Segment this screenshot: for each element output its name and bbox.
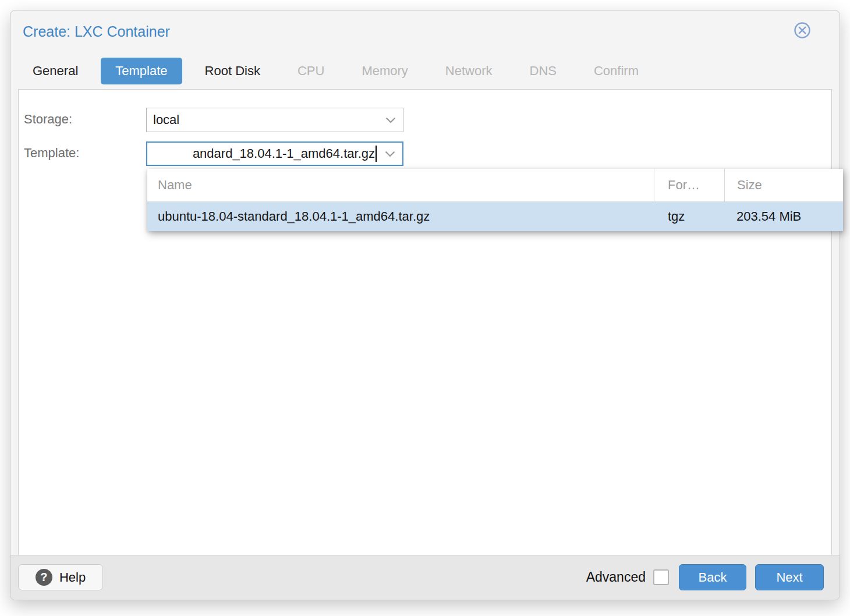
tab-root-disk[interactable]: Root Disk bbox=[190, 58, 275, 84]
create-lxc-container-dialog: Create: LXC Container General Template R… bbox=[10, 10, 840, 600]
close-button[interactable] bbox=[794, 22, 811, 39]
column-header-format[interactable]: For… bbox=[654, 169, 724, 201]
storage-combobox-trigger[interactable] bbox=[378, 108, 403, 132]
template-combobox[interactable]: andard_18.04.1-1_amd64.tar.gz bbox=[146, 141, 403, 166]
storage-combobox[interactable]: local bbox=[146, 108, 403, 132]
tab-template[interactable]: Template bbox=[101, 58, 182, 84]
chevron-down-icon bbox=[385, 117, 396, 123]
template-label: Template: bbox=[24, 146, 79, 161]
text-caret bbox=[376, 146, 377, 162]
dialog-footer: ? Help Advanced Back Next bbox=[10, 555, 840, 600]
storage-combobox-value: local bbox=[147, 112, 378, 128]
next-button[interactable]: Next bbox=[755, 564, 824, 590]
column-header-size[interactable]: Size bbox=[724, 169, 843, 201]
template-row-selected[interactable]: ubuntu-18.04-standard_18.04.1-1_amd64.ta… bbox=[147, 202, 843, 231]
storage-label: Storage: bbox=[24, 112, 72, 127]
help-button[interactable]: ? Help bbox=[18, 564, 103, 590]
footer-actions: Advanced Back Next bbox=[586, 564, 824, 590]
tab-dns[interactable]: DNS bbox=[515, 58, 571, 84]
screen: Create: LXC Container General Template R… bbox=[0, 0, 850, 616]
template-combobox-trigger[interactable] bbox=[378, 143, 402, 165]
close-icon bbox=[794, 22, 811, 39]
tab-network[interactable]: Network bbox=[431, 58, 507, 84]
help-button-label: Help bbox=[59, 570, 86, 585]
tab-general[interactable]: General bbox=[18, 58, 93, 84]
template-dropdown-panel: Name For… Size ubuntu-18.04-standard_18.… bbox=[147, 169, 843, 231]
tab-memory[interactable]: Memory bbox=[347, 58, 422, 84]
tab-cpu[interactable]: CPU bbox=[283, 58, 339, 84]
question-icon: ? bbox=[36, 569, 52, 586]
cell-size: 203.54 MiB bbox=[724, 209, 843, 224]
template-tab-panel: Storage: local Template: andard_18.04.1-… bbox=[18, 89, 832, 555]
template-combobox-text: andard_18.04.1-1_amd64.tar.gz bbox=[193, 146, 375, 161]
back-button[interactable]: Back bbox=[679, 564, 746, 590]
advanced-label: Advanced bbox=[586, 569, 646, 585]
cell-format: tgz bbox=[654, 209, 724, 224]
cell-name: ubuntu-18.04-standard_18.04.1-1_amd64.ta… bbox=[147, 209, 654, 224]
chevron-down-icon bbox=[385, 151, 395, 157]
column-header-name[interactable]: Name bbox=[147, 169, 654, 201]
advanced-checkbox[interactable] bbox=[653, 569, 669, 585]
page-title: Create: LXC Container bbox=[23, 23, 170, 40]
template-combobox-value: andard_18.04.1-1_amd64.tar.gz bbox=[147, 146, 378, 162]
dropdown-header: Name For… Size bbox=[147, 169, 843, 202]
wizard-tabbar: General Template Root Disk CPU Memory Ne… bbox=[18, 58, 653, 84]
tab-confirm[interactable]: Confirm bbox=[579, 58, 653, 84]
